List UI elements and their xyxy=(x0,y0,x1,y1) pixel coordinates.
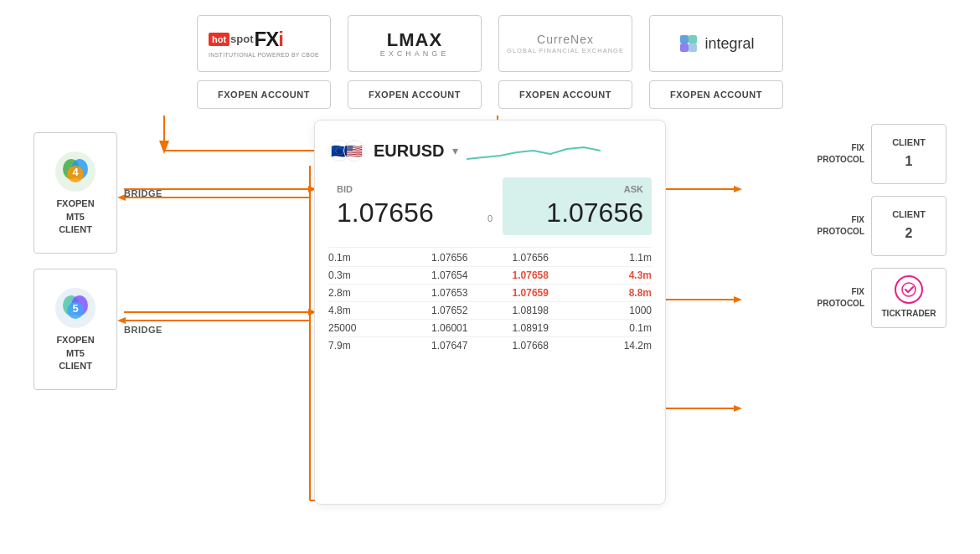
svg-rect-0 xyxy=(680,35,689,44)
svg-rect-3 xyxy=(689,44,697,52)
bid-value: 1.07656 xyxy=(337,197,469,228)
mt5-label-1: FXOPEN MT5 CLIENT xyxy=(56,197,94,236)
svg-marker-22 xyxy=(734,296,742,303)
main-area: 4 FXOPEN MT5 CLIENT BRIDGE 5 xyxy=(0,115,980,526)
accounts-row: FXOPEN ACCOUNT FXOPEN ACCOUNT FXOPEN ACC… xyxy=(0,72,980,109)
ob-ask-vol-2: 8.8m xyxy=(571,287,652,299)
fix-protocol-label-3: FIXPROTOCOL xyxy=(814,286,864,310)
sparkline-svg xyxy=(467,134,601,167)
ob-bid-price-5: 1.07647 xyxy=(410,340,491,351)
client-num-2: 2 xyxy=(905,223,913,244)
ob-ask-price-1: 1.07658 xyxy=(490,269,571,281)
ticktrader-icon xyxy=(895,275,923,304)
svg-rect-1 xyxy=(689,35,697,44)
ob-row-2: 2.8m 1.07653 1.07659 8.8m xyxy=(328,285,652,302)
order-book: 0.1m 1.07656 1.07656 1.1m 0.3m 1.07654 1… xyxy=(328,242,652,354)
bid-label: BID xyxy=(337,184,469,194)
integral-name: integral xyxy=(704,35,754,53)
ob-ask-price-3: 1.08198 xyxy=(490,305,571,316)
fix-row-1: FIXPROTOCOL CLIENT 1 xyxy=(814,124,946,184)
ob-bid-price-3: 1.07652 xyxy=(410,305,491,316)
bid-side: BID 1.07656 xyxy=(328,177,477,235)
mt5-logo-1: 4 xyxy=(53,149,98,194)
ask-label: ASK xyxy=(511,184,643,194)
logo-integral: integral xyxy=(649,15,783,72)
ob-bid-price-1: 1.07654 xyxy=(410,269,491,281)
account-box-4: FXOPEN ACCOUNT xyxy=(649,80,783,109)
ob-rows-container: 0.1m 1.07656 1.07656 1.1m 0.3m 1.07654 1… xyxy=(328,249,652,354)
ob-ask-vol-3: 1000 xyxy=(571,305,652,316)
mt5-card-1: 4 FXOPEN MT5 CLIENT xyxy=(34,132,117,254)
lmax-name: LMAX xyxy=(387,29,442,50)
client-label-2: CLIENT xyxy=(892,208,926,223)
pair-header: 🇪🇺 🇺🇸 EURUSD ▾ xyxy=(328,134,652,167)
ob-ask-vol-5: 14.2m xyxy=(571,340,652,351)
currenex-name: CurreNex xyxy=(507,33,624,46)
svg-text:5: 5 xyxy=(72,302,78,315)
account-box-1: FXOPEN ACCOUNT xyxy=(197,80,331,109)
ticktrader-label: TICKTRADER xyxy=(882,307,936,321)
client-label-1: CLIENT xyxy=(892,136,926,151)
ob-header-row xyxy=(328,242,652,248)
fix-row-2: FIXPROTOCOL CLIENT 2 xyxy=(814,196,946,256)
bridge-label-2: BRIDGE xyxy=(124,325,162,335)
ob-bid-price-0: 1.07656 xyxy=(410,252,491,264)
ob-ask-price-0: 1.07656 xyxy=(490,252,571,264)
logo-hotspot: hot spot FXi INSTITUTIONAL POWERED BY CB… xyxy=(197,15,331,72)
svg-rect-2 xyxy=(680,44,689,52)
ask-side: ASK 1.07656 xyxy=(503,177,652,235)
spread: 0 xyxy=(477,177,503,235)
ob-ask-price-4: 1.08919 xyxy=(490,322,571,334)
svg-text:4: 4 xyxy=(72,166,79,178)
ob-bid-vol-4: 25000 xyxy=(328,322,410,334)
pair-name: EURUSD xyxy=(374,141,444,161)
svg-marker-20 xyxy=(734,186,742,192)
ob-bid-vol-2: 2.8m xyxy=(328,287,410,299)
pair-flags: 🇪🇺 🇺🇸 xyxy=(328,140,365,162)
ob-bid-vol-3: 4.8m xyxy=(328,305,410,316)
logo-lmax: LMAX EXCHANGE xyxy=(348,15,482,72)
flag-usd: 🇺🇸 xyxy=(343,140,365,162)
currenex-sub: GLOBAL FINANCIAL EXCHANGE xyxy=(507,47,624,54)
ob-row-5: 7.9m 1.07647 1.07668 14.2m xyxy=(328,337,652,354)
ask-value: 1.07656 xyxy=(511,197,643,228)
svg-marker-18 xyxy=(117,317,126,324)
bridge-label-1: BRIDGE xyxy=(124,188,162,198)
mt5-card-2: 5 FXOPEN MT5 CLIENT xyxy=(34,269,117,390)
trading-card: 🇪🇺 🇺🇸 EURUSD ▾ BID 1.07656 0 ASK 1.07656 xyxy=(314,120,666,505)
bid-ask-row: BID 1.07656 0 ASK 1.07656 xyxy=(328,177,652,235)
right-clients: FIXPROTOCOL CLIENT 1 FIXPROTOCOL CLIENT … xyxy=(814,124,946,328)
ob-row-3: 4.8m 1.07652 1.08198 1000 xyxy=(328,302,652,320)
hot-text: hot xyxy=(209,33,230,46)
ob-bid-vol-0: 0.1m xyxy=(328,252,410,264)
ob-bid-vol-1: 0.3m xyxy=(328,269,410,281)
ob-bid-vol-5: 7.9m xyxy=(328,340,410,351)
logo-currenex: CurreNex GLOBAL FINANCIAL EXCHANGE xyxy=(498,15,632,72)
client-num-1: 1 xyxy=(905,151,913,172)
logos-row: hot spot FXi INSTITUTIONAL POWERED BY CB… xyxy=(0,0,980,72)
client-box-ticktrader: TICKTRADER xyxy=(871,268,946,328)
sparkline xyxy=(467,134,652,167)
lmax-sub: EXCHANGE xyxy=(380,49,450,58)
spot-text: spot xyxy=(230,33,253,45)
ob-row-1: 0.3m 1.07654 1.07658 4.3m xyxy=(328,267,652,285)
client-box-2: CLIENT 2 xyxy=(871,196,946,256)
fix-protocol-label-2: FIXPROTOCOL xyxy=(814,214,864,238)
ob-ask-vol-0: 1.1m xyxy=(571,252,652,264)
pair-dropdown[interactable]: ▾ xyxy=(452,144,458,157)
client-box-1: CLIENT 1 xyxy=(871,124,946,184)
ob-ask-vol-4: 0.1m xyxy=(571,322,652,334)
fix-row-3: FIXPROTOCOL TICKTRADER xyxy=(814,268,946,328)
ob-ask-price-2: 1.07659 xyxy=(490,287,571,299)
mt5-label-2: FXOPEN MT5 CLIENT xyxy=(56,334,94,372)
account-box-2: FXOPEN ACCOUNT xyxy=(348,80,482,109)
ob-row-0: 0.1m 1.07656 1.07656 1.1m xyxy=(328,249,652,267)
mt5-logo-2: 5 xyxy=(53,285,98,331)
ob-bid-price-4: 1.06001 xyxy=(410,322,491,334)
ob-row-4: 25000 1.06001 1.08919 0.1m xyxy=(328,320,652,337)
ticktrader-logo xyxy=(901,282,916,297)
ob-ask-vol-1: 4.3m xyxy=(571,269,652,281)
svg-point-44 xyxy=(902,283,916,296)
hotspot-sub: INSTITUTIONAL POWERED BY CBOE xyxy=(209,52,319,59)
integral-icon xyxy=(678,33,699,54)
